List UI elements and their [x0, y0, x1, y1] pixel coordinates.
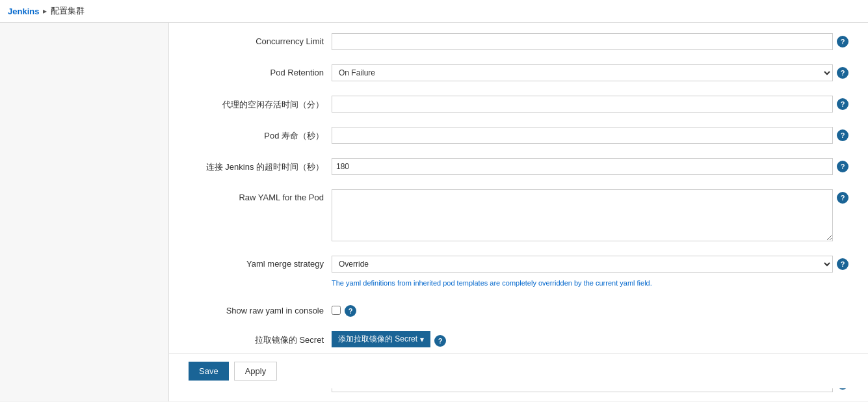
show-raw-yaml-checkbox[interactable]: [332, 306, 341, 315]
save-button[interactable]: Save: [189, 362, 229, 381]
jenkins-link[interactable]: Jenkins: [8, 7, 39, 16]
raw-yaml-wrapper: ?: [332, 189, 848, 241]
idle-minutes-help-icon[interactable]: ?: [837, 98, 848, 110]
yaml-merge-strategy-help-icon[interactable]: ?: [837, 258, 848, 270]
image-pull-secret-help-icon[interactable]: ?: [434, 335, 446, 347]
image-pull-secret-label: 拉取镜像的 Secret: [189, 331, 332, 346]
pod-retention-select-wrapper: On Failure Always Never Default: [332, 64, 833, 81]
yaml-merge-strategy-label: Yaml merge strategy: [189, 256, 332, 269]
idle-minutes-wrapper: ?: [332, 96, 848, 113]
idle-minutes-row: 代理的空闲存活时间（分） ?: [189, 92, 848, 116]
idle-minutes-label: 代理的空闲存活时间（分）: [189, 96, 332, 111]
apply-button[interactable]: Apply: [234, 362, 278, 381]
jenkins-timeout-input[interactable]: [332, 158, 833, 175]
jenkins-timeout-label: 连接 Jenkins 的超时时间（秒）: [189, 158, 332, 173]
raw-yaml-row: Raw YAML for the Pod ?: [189, 185, 848, 245]
pod-lifetime-help-icon[interactable]: ?: [837, 129, 848, 141]
concurrency-limit-wrapper: ?: [332, 33, 848, 50]
jenkins-timeout-help-icon[interactable]: ?: [837, 161, 848, 172]
page-title: 配置集群: [51, 5, 85, 17]
pod-retention-row: Pod Retention On Failure Always Never De…: [189, 60, 848, 85]
jenkins-timeout-wrapper: ?: [332, 158, 848, 175]
yaml-merge-strategy-row: Yaml merge strategy Override Merge ? The…: [189, 252, 848, 292]
sidebar: [0, 23, 169, 401]
yaml-merge-strategy-description: The yaml definitions from inherited pod …: [332, 278, 652, 288]
idle-minutes-input[interactable]: [332, 96, 833, 113]
pod-retention-wrapper: On Failure Always Never Default ?: [332, 64, 848, 81]
top-nav: Jenkins ▸ 配置集群: [0, 0, 868, 23]
pod-lifetime-wrapper: ?: [332, 127, 848, 144]
concurrency-limit-help-icon[interactable]: ?: [837, 36, 848, 47]
page-layout: Concurrency Limit ? Pod Retention On Fai…: [0, 23, 868, 401]
add-secret-caret-icon: ▾: [420, 335, 424, 344]
add-image-pull-secret-button[interactable]: 添加拉取镜像的 Secret ▾: [332, 331, 430, 347]
yaml-merge-strategy-select-wrapper: Override Merge: [332, 256, 833, 273]
add-secret-label: 添加拉取镜像的 Secret: [338, 334, 417, 345]
jenkins-timeout-row: 连接 Jenkins 的超时时间（秒） ?: [189, 154, 848, 179]
concurrency-limit-input[interactable]: [332, 33, 833, 50]
pod-lifetime-label: Pod 寿命（秒）: [189, 127, 332, 142]
pod-retention-help-icon[interactable]: ?: [837, 67, 848, 79]
raw-yaml-label: Raw YAML for the Pod: [189, 189, 332, 202]
show-raw-yaml-label: Show raw yaml in console: [189, 302, 332, 315]
pod-retention-label: Pod Retention: [189, 64, 332, 77]
form-container: Concurrency Limit ? Pod Retention On Fai…: [169, 23, 868, 401]
raw-yaml-help-icon[interactable]: ?: [837, 192, 848, 204]
pod-lifetime-input[interactable]: [332, 127, 833, 144]
main-content: Concurrency Limit ? Pod Retention On Fai…: [169, 23, 868, 401]
pod-lifetime-row: Pod 寿命（秒） ?: [189, 123, 848, 148]
show-raw-yaml-wrapper: ?: [332, 302, 848, 317]
pod-retention-select[interactable]: On Failure Always Never Default: [332, 64, 833, 81]
concurrency-limit-label: Concurrency Limit: [189, 33, 332, 46]
show-raw-yaml-row: Show raw yaml in console ?: [189, 299, 848, 321]
show-raw-yaml-help-icon[interactable]: ?: [345, 305, 356, 317]
yaml-merge-strategy-wrapper: Override Merge ? The yaml definitions fr…: [332, 256, 848, 288]
breadcrumb-arrow: ▸: [43, 7, 47, 16]
concurrency-limit-row: Concurrency Limit ?: [189, 29, 848, 54]
raw-yaml-textarea[interactable]: [332, 189, 833, 241]
bottom-buttons: Save Apply: [169, 353, 868, 388]
yaml-merge-strategy-select[interactable]: Override Merge: [332, 256, 833, 273]
